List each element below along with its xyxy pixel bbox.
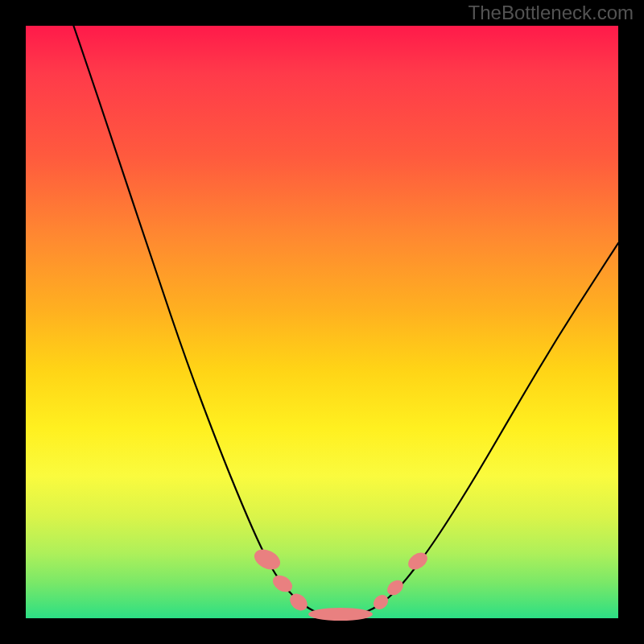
marker-left-cap-1	[251, 546, 283, 574]
series-left-curve	[71, 18, 340, 617]
series-right-curve	[340, 243, 618, 617]
chart-series	[71, 18, 618, 617]
chart-svg	[26, 26, 618, 618]
marker-right-cap-1	[370, 592, 391, 612]
watermark-text: TheBottleneck.com	[469, 2, 634, 24]
marker-left-cap-2	[270, 572, 295, 595]
chart-outer-frame: TheBottleneck.com	[0, 0, 644, 644]
marker-right-cap-2	[384, 577, 406, 598]
marker-bottom-band	[308, 608, 373, 621]
